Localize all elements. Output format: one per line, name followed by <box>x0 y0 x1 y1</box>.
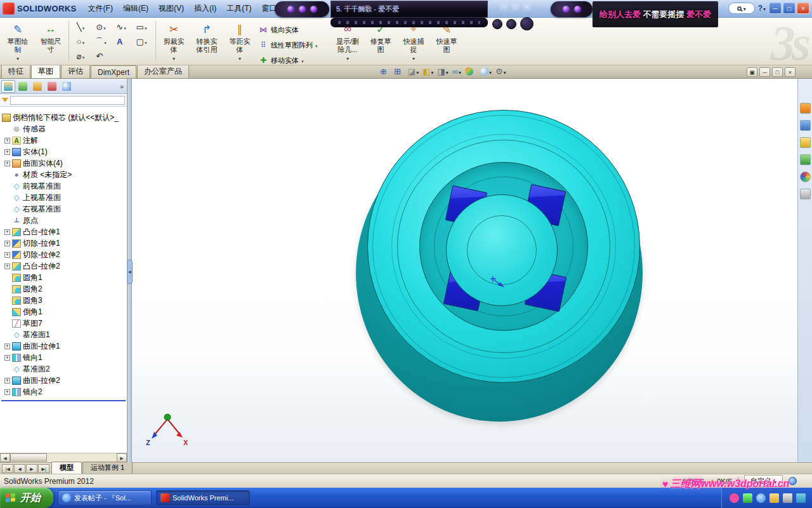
next-tab-button[interactable]: ▶ <box>26 464 37 473</box>
menu-item[interactable]: 编辑(E) <box>118 1 154 17</box>
point-tool-button[interactable]: ⌀ <box>70 49 91 64</box>
scrollbar-track[interactable] <box>10 453 117 462</box>
menu-item[interactable]: 文件(F) <box>83 1 118 17</box>
taskbar-app-button[interactable]: SolidWorks Premi... <box>156 490 250 505</box>
command-tab[interactable]: 办公室产品 <box>137 64 189 78</box>
tray-icon[interactable] <box>796 493 806 503</box>
prev-tab-button[interactable]: ◀ <box>14 464 25 473</box>
tree-item[interactable]: ◇ 前视基准面 <box>0 180 127 192</box>
dropdown-caret-icon[interactable] <box>346 54 349 62</box>
display-style-button[interactable]: ◨ <box>436 67 449 76</box>
smart-dimension-button[interactable]: ↔ 智能尺 寸 <box>34 19 67 64</box>
mirror-entities-button[interactable]: ⋈ 镜向实体 <box>256 23 331 37</box>
view-orientation-button[interactable]: ◧ <box>422 67 434 76</box>
dropdown-caret-icon[interactable] <box>301 57 304 64</box>
player-volume-knob[interactable] <box>492 19 502 29</box>
tree-item[interactable]: 实体(1) <box>0 146 127 157</box>
dropdown-caret-icon[interactable] <box>82 51 85 61</box>
folder-icon[interactable] <box>800 137 811 148</box>
sketch-fillet-button[interactable]: ⌒ <box>91 34 111 49</box>
tree-item[interactable]: 镜向2 <box>0 386 127 398</box>
player-seek-bar[interactable] <box>331 18 488 27</box>
dropdown-caret-icon[interactable] <box>145 22 147 32</box>
expand-plus-icon[interactable] <box>4 252 10 258</box>
tree-item[interactable]: ╱ 草图7 <box>0 318 127 329</box>
configuration-manager-tab-icon[interactable] <box>30 80 44 93</box>
palette-icon[interactable] <box>800 154 811 165</box>
expand-plus-icon[interactable] <box>4 378 10 384</box>
scrollbar-thumb[interactable] <box>10 453 47 462</box>
dropdown-caret-icon[interactable] <box>459 67 461 76</box>
slot-tool-button[interactable]: ▢ <box>131 34 152 49</box>
home-icon[interactable] <box>800 103 811 114</box>
menu-item[interactable]: 视图(V) <box>154 1 189 17</box>
view-settings-button[interactable]: ⚙ <box>495 67 507 76</box>
graphics-area[interactable]: Z X <box>132 79 797 462</box>
apply-scene-button[interactable]: ◐ <box>480 67 492 76</box>
feature-manager-tab-icon[interactable] <box>1 80 15 93</box>
dropdown-caret-icon[interactable] <box>416 67 419 76</box>
edit-appearance-button[interactable]: ● <box>464 67 477 76</box>
text-tool-button[interactable]: A <box>111 34 131 49</box>
expand-plus-icon[interactable] <box>4 241 10 246</box>
tree-item[interactable]: ◇ 基准面2 <box>0 363 127 375</box>
expand-plus-icon[interactable] <box>4 138 10 144</box>
tray-icon[interactable] <box>730 493 739 503</box>
expand-plus-icon[interactable] <box>4 389 10 395</box>
rectangle-tool-button[interactable]: ▭ <box>131 20 152 34</box>
expand-plus-icon[interactable] <box>4 161 10 166</box>
zoom-fit-button[interactable]: ⊕ <box>379 67 391 76</box>
tree-item[interactable]: ◇ 上视基准面 <box>0 192 127 203</box>
command-tab[interactable]: 草图 <box>31 64 60 78</box>
dropdown-caret-icon[interactable] <box>16 54 19 62</box>
media-player-skin-left[interactable] <box>275 1 329 17</box>
tree-root-item[interactable]: 倒档惰轮下模芯 (默认<<默认>_ <box>0 112 127 123</box>
command-tab[interactable]: 特征 <box>1 64 30 78</box>
command-tab[interactable]: 评估 <box>61 64 90 78</box>
dropdown-caret-icon[interactable] <box>145 37 147 46</box>
doc-restore-button[interactable]: □ <box>772 67 783 77</box>
filter-input[interactable] <box>10 96 125 105</box>
tray-icon[interactable] <box>783 493 792 503</box>
player-main-knob[interactable] <box>520 17 534 30</box>
media-player-skin-right[interactable] <box>551 1 593 17</box>
model-tab[interactable]: 模型 <box>51 462 82 474</box>
player-close-button[interactable]: × <box>523 3 531 11</box>
dropdown-caret-icon[interactable] <box>446 67 449 76</box>
panel-splitter[interactable] <box>128 79 132 462</box>
appearances-icon[interactable] <box>800 171 811 182</box>
dropdown-caret-icon[interactable] <box>431 67 433 76</box>
tree-item[interactable]: ◇ 右视基准面 <box>0 203 127 215</box>
player-button-icon[interactable] <box>287 6 294 13</box>
tree-item[interactable]: 切除-拉伸2 <box>0 249 127 260</box>
tree-item[interactable]: 凸台-拉伸2 <box>0 260 127 272</box>
tree-item[interactable]: 曲面-拉伸1 <box>0 340 127 352</box>
dropdown-caret-icon[interactable] <box>173 54 175 62</box>
tree-item[interactable]: 切除-拉伸1 <box>0 237 127 249</box>
tray-icon[interactable] <box>769 493 779 503</box>
player-minimize-button[interactable]: ─ <box>500 3 508 11</box>
linear-sketch-pattern-button[interactable]: ⠿ 线性草图阵列 <box>256 38 331 52</box>
close-button[interactable]: × <box>797 3 809 14</box>
search-caret-icon[interactable] <box>743 4 746 13</box>
dimxpert-manager-tab-icon[interactable] <box>45 80 59 93</box>
ellipse-tool-button[interactable]: ○ <box>70 34 91 49</box>
dropdown-caret-icon[interactable] <box>82 22 85 32</box>
scroll-left-button[interactable] <box>0 453 10 462</box>
panel-collapse-handle[interactable] <box>127 260 133 284</box>
hide-show-items-button[interactable]: ∞ <box>452 67 462 76</box>
trim-entities-button[interactable]: ✂ 剪裁实 体 <box>157 19 190 64</box>
tree-item[interactable]: ◎ 传感器 <box>0 123 127 135</box>
tree-item[interactable]: 凸台-拉伸1 <box>0 226 127 237</box>
tree-item[interactable]: A 注解 <box>0 135 127 146</box>
properties-icon[interactable] <box>800 189 811 199</box>
doc-minimize-button[interactable]: ─ <box>759 67 770 77</box>
player-restore-button[interactable]: □ <box>511 3 520 11</box>
start-button[interactable]: 开始 <box>0 488 53 508</box>
expand-plus-icon[interactable] <box>4 229 10 235</box>
move-entities-button[interactable]: ✚ 移动实体 <box>256 53 331 67</box>
expand-plus-icon[interactable] <box>4 344 10 349</box>
sketch-button[interactable]: ✎ 草图绘 制 <box>1 19 34 64</box>
search-box[interactable] <box>728 3 755 14</box>
tree-item[interactable]: 倒角1 <box>0 306 127 318</box>
